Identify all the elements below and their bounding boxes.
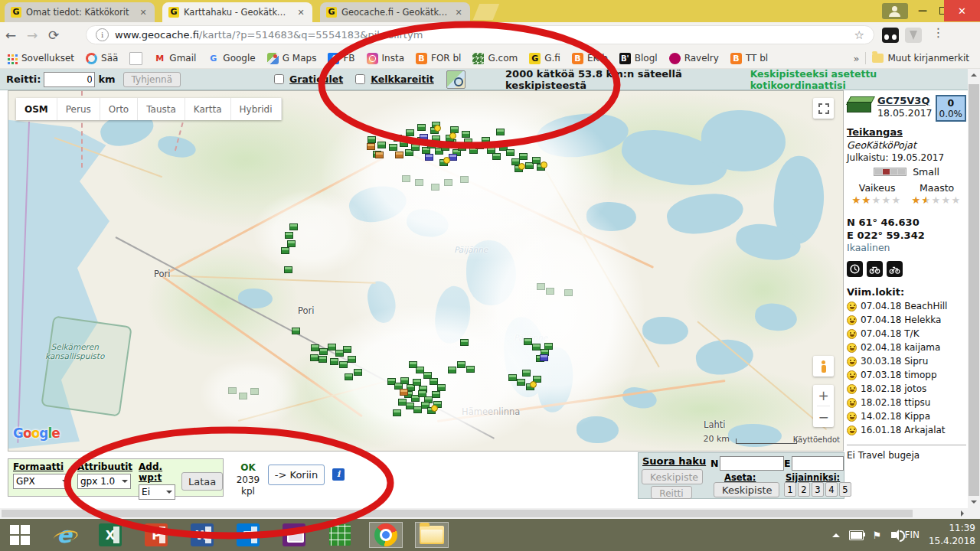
back-icon[interactable]: ←	[0, 28, 21, 43]
snowmobile-routes-checkbox[interactable]	[355, 74, 365, 84]
scroll-right-icon[interactable]	[961, 510, 964, 517]
cache-marker[interactable]	[409, 361, 417, 368]
layer-tab-orto[interactable]: Orto	[100, 98, 138, 120]
taskbar-powerpoint[interactable]: P	[139, 522, 173, 548]
page-info-icon[interactable]: i	[96, 28, 109, 41]
taskbar-word[interactable]: W	[185, 522, 219, 548]
cache-marker[interactable]	[460, 339, 469, 346]
cache-marker[interactable]	[496, 129, 505, 135]
bookmark-item[interactable]	[129, 52, 142, 65]
to-basket-button[interactable]: -> Koriin	[268, 465, 325, 485]
cache-marker[interactable]	[425, 154, 433, 161]
cache-marker[interactable]	[432, 391, 440, 398]
cache-marker[interactable]	[250, 388, 259, 395]
cache-marker[interactable]	[457, 361, 466, 368]
cache-marker[interactable]	[522, 370, 531, 377]
north-input[interactable]	[720, 456, 784, 471]
cache-marker[interactable]	[514, 165, 523, 172]
action-center-flag-icon[interactable]: ⚑	[873, 530, 882, 541]
reload-icon[interactable]: ⟳	[43, 28, 64, 43]
speaker-icon[interactable]	[891, 532, 896, 538]
cache-marker[interactable]	[460, 176, 469, 183]
bookmark-item[interactable]: GGoogle	[207, 53, 255, 64]
map-canvas[interactable]: PoriPoriPäijännePäijänneHämeenlinnaLahti…	[8, 90, 844, 452]
log-row[interactable]: 07.04.18 BeachHill	[847, 301, 966, 311]
cache-marker[interactable]	[284, 266, 292, 273]
cache-marker[interactable]	[402, 175, 410, 182]
cache-marker[interactable]	[492, 153, 501, 160]
east-input[interactable]	[792, 456, 844, 471]
log-row[interactable]: 07.03.18 timopp	[847, 370, 966, 380]
cache-marker[interactable]	[289, 223, 298, 230]
cache-marker[interactable]	[432, 135, 440, 142]
bookmark-item[interactable]: B'Blogl	[619, 53, 658, 64]
cache-marker[interactable]	[564, 289, 573, 296]
cache-marker[interactable]	[411, 144, 420, 151]
cache-marker[interactable]	[462, 131, 470, 138]
cache-marker[interactable]	[319, 348, 328, 355]
cache-marker[interactable]	[482, 137, 490, 144]
bookmarks-overflow-icon[interactable]: »	[853, 53, 859, 64]
cache-marker[interactable]	[415, 179, 423, 186]
clear-route-button[interactable]: Tyhjennä	[123, 72, 181, 87]
cache-marker[interactable]	[368, 136, 376, 143]
layer-tab-osm[interactable]: OSM	[16, 98, 57, 120]
cache-marker[interactable]	[427, 407, 436, 414]
taskbar-excel[interactable]: X	[93, 522, 127, 548]
center-button[interactable]: Keskipiste	[642, 469, 703, 484]
cache-marker[interactable]	[420, 134, 428, 141]
tab-close-icon[interactable]: ✕	[296, 8, 306, 18]
taskbar-green-app[interactable]	[323, 522, 357, 548]
bookmark-item[interactable]: GG.fi	[529, 53, 560, 64]
cache-marker[interactable]	[228, 387, 237, 394]
route-distance-input[interactable]	[44, 72, 95, 87]
scroll-down-icon[interactable]	[971, 500, 977, 504]
gc-code-link[interactable]: GC75V3Q	[877, 95, 929, 106]
start-button[interactable]	[3, 522, 37, 548]
forward-icon[interactable]: →	[21, 28, 43, 43]
cache-marker[interactable]	[444, 179, 452, 186]
map-search-icon[interactable]	[446, 70, 466, 89]
cache-marker[interactable]	[239, 393, 247, 399]
log-row[interactable]: 18.02.18 jotos	[847, 383, 966, 394]
taskbar-ie[interactable]: e	[47, 522, 81, 548]
cache-marker[interactable]	[524, 338, 532, 345]
log-row[interactable]: 16.01.18 Arkajalat	[847, 425, 966, 435]
vertical-scroll-thumb[interactable]	[969, 84, 979, 496]
cache-marker[interactable]	[348, 356, 356, 363]
position-button-3[interactable]: 3	[812, 482, 824, 497]
profile-icon[interactable]	[882, 3, 908, 19]
fullscreen-button[interactable]	[813, 98, 834, 119]
bookmark-item[interactable]: G Maps	[267, 53, 317, 64]
cache-marker[interactable]	[508, 374, 517, 381]
cache-marker[interactable]	[406, 129, 414, 136]
taskbar-mail[interactable]: ✉	[231, 522, 265, 548]
cache-marker[interactable]	[537, 283, 545, 290]
cache-marker[interactable]	[330, 358, 338, 365]
cache-marker[interactable]	[281, 247, 289, 254]
position-button-1[interactable]: 1	[784, 482, 796, 497]
extension-icon[interactable]	[882, 28, 899, 43]
position-button-4[interactable]: 4	[825, 482, 838, 497]
cache-marker[interactable]	[430, 127, 439, 134]
cache-marker[interactable]	[389, 144, 397, 151]
cache-marker[interactable]	[519, 153, 528, 160]
cache-marker[interactable]	[417, 124, 426, 131]
bookmark-item[interactable]: BEK b	[572, 53, 608, 64]
log-row[interactable]: 07.04.18 T/K	[847, 328, 966, 339]
bookmark-item[interactable]: Ravelry	[669, 53, 719, 64]
zoom-in-button[interactable]: +	[813, 385, 834, 406]
bookmark-item[interactable]: MGmail	[154, 53, 196, 64]
log-row[interactable]: 14.02.18 Kippa	[847, 411, 966, 422]
keyboard-language[interactable]: FIN	[905, 530, 920, 540]
cache-marker[interactable]	[292, 328, 300, 334]
cache-marker[interactable]	[448, 367, 456, 373]
cache-marker[interactable]	[466, 366, 475, 373]
pegman-button[interactable]	[813, 356, 834, 377]
cache-name-link[interactable]: Teikangas	[847, 126, 966, 138]
cache-marker[interactable]	[532, 157, 541, 164]
log-row[interactable]: 02.04.18 kaijama	[847, 342, 966, 353]
cache-marker[interactable]	[318, 356, 327, 363]
cache-marker[interactable]	[400, 389, 408, 396]
format-select[interactable]: GPX	[13, 474, 71, 489]
